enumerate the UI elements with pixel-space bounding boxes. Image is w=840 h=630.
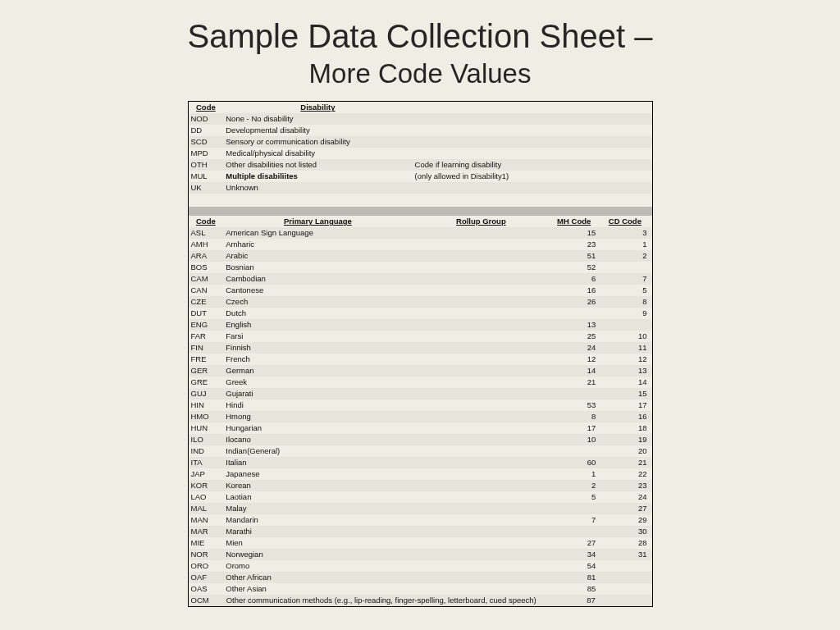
cell-mh: 6	[550, 275, 600, 283]
cell-cd: 15	[600, 390, 651, 398]
table-row: GREGreek2114	[189, 377, 652, 388]
cell-cd: 5	[600, 286, 651, 294]
table-row: GERGerman1413	[189, 365, 652, 377]
cell-code: NOD	[189, 115, 224, 123]
cell-code: IND	[189, 447, 224, 455]
cell-mh: 51	[550, 252, 600, 260]
table-row: AMHAmharic231	[189, 239, 652, 250]
cell-mh: 5	[550, 493, 600, 501]
cell-cd: 1	[600, 240, 651, 249]
cell-code: CAN	[189, 286, 224, 294]
col-header-language: Primary Language	[223, 217, 412, 226]
cell-label: Mandarin	[223, 516, 412, 524]
cell-mh: 8	[550, 413, 600, 421]
cell-label: Cambodian	[223, 275, 412, 283]
cell-code: CZE	[189, 298, 224, 306]
cell-code: GUJ	[189, 390, 224, 398]
cell-code: MUL	[189, 172, 224, 180]
table-row: FINFinnish2411	[189, 342, 652, 354]
cell-cd: 12	[600, 355, 651, 363]
section-divider	[189, 207, 652, 216]
cell-code: FIN	[189, 344, 224, 352]
cell-code: OAF	[189, 573, 224, 582]
cell-label: Other disabilities not listed	[223, 161, 412, 169]
cell-code: HMO	[189, 413, 224, 421]
cell-code: MAN	[189, 516, 224, 524]
table-row: JAPJapanese122	[189, 468, 652, 480]
cell-cd: 9	[600, 309, 651, 317]
cell-label: Other communication methods (e.g., lip-r…	[224, 596, 549, 605]
cell-mh: 81	[550, 573, 600, 582]
cell-label: German	[223, 367, 412, 375]
table-row: FREFrench1212	[189, 354, 652, 365]
cell-cd: 14	[600, 378, 651, 386]
cell-label: Arabic	[223, 252, 412, 260]
table-row: CZECzech268	[189, 296, 652, 308]
col-header-mh: MH Code	[550, 217, 600, 226]
slide: Sample Data Collection Sheet – More Code…	[0, 0, 840, 630]
cell-mh: 10	[550, 436, 600, 444]
cell-code: MIE	[189, 539, 224, 547]
cell-mh: 23	[550, 240, 600, 249]
cell-code: MAR	[189, 527, 224, 536]
cell-label: Other African	[223, 573, 412, 582]
cell-label: Hmong	[223, 413, 412, 421]
cell-label: Unknown	[223, 184, 412, 192]
cell-code: ILO	[189, 436, 224, 444]
table-row: ILOIlocano1019	[189, 434, 652, 445]
cell-mh: 34	[550, 550, 600, 559]
cell-cd: 11	[600, 344, 651, 352]
cell-cd: 29	[600, 516, 651, 524]
table-row: INDIndian(General)20	[189, 445, 652, 457]
cell-code: OCM	[189, 596, 224, 605]
cell-mh: 25	[550, 332, 600, 340]
table-row: BOSBosnian52	[189, 262, 652, 273]
col-header-disability: Disability	[223, 103, 412, 112]
cell-label: Medical/physical disability	[223, 149, 412, 158]
cell-label: Oromo	[223, 562, 412, 570]
cell-label: None - No disability	[223, 115, 412, 123]
cell-code: DUT	[189, 309, 224, 317]
table-row: LAOLaotian524	[189, 491, 652, 503]
table-row: OASOther Asian85	[189, 583, 652, 595]
cell-mh: 1	[550, 470, 600, 478]
cell-code: HIN	[189, 401, 224, 409]
cell-mh: 85	[550, 585, 600, 593]
cell-mh: 15	[550, 229, 600, 237]
slide-title: Sample Data Collection Sheet – More Code…	[0, 0, 840, 89]
table-row: CANCantonese165	[189, 285, 652, 296]
title-line-2: More Code Values	[0, 58, 840, 89]
cell-code: SCD	[189, 138, 224, 146]
cell-mh: 16	[550, 286, 600, 294]
cell-cd: 22	[600, 470, 651, 478]
table-row: OCMOther communication methods (e.g., li…	[189, 595, 652, 606]
cell-code: NOR	[189, 550, 224, 559]
cell-label: Developmental disability	[223, 126, 412, 135]
code-sheet: Code Disability NODNone - No disabilityD…	[188, 101, 653, 607]
table-row: ENGEnglish13	[189, 319, 652, 331]
cell-mh: 27	[550, 539, 600, 547]
cell-mh: 17	[550, 424, 600, 432]
table-row: OTHOther disabilities not listedCode if …	[189, 159, 652, 171]
cell-label: Mien	[223, 539, 412, 547]
cell-mh: 26	[550, 298, 600, 306]
cell-label: Italian	[223, 459, 412, 467]
table-row: UKUnknown	[189, 182, 652, 194]
cell-code: FAR	[189, 332, 224, 340]
table-row: DDDevelopmental disability	[189, 125, 652, 136]
cell-code: GER	[189, 367, 224, 375]
cell-mh: 60	[550, 459, 600, 467]
col-header-code: Code	[189, 217, 224, 226]
cell-code: AMH	[189, 240, 224, 249]
table-row: KORKorean223	[189, 480, 652, 491]
cell-label: Cantonese	[223, 286, 412, 294]
table-row: MULMultiple disabiliites(only allowed in…	[189, 171, 652, 182]
cell-cd: 18	[600, 424, 651, 432]
table-row: FARFarsi2510	[189, 331, 652, 342]
table-row: MIEMien2728	[189, 537, 652, 549]
cell-mh: 13	[550, 321, 600, 329]
cell-mh: 14	[550, 367, 600, 375]
cell-code: OTH	[189, 161, 224, 169]
col-header-code: Code	[189, 103, 224, 112]
table-row: GUJGujarati15	[189, 388, 652, 399]
